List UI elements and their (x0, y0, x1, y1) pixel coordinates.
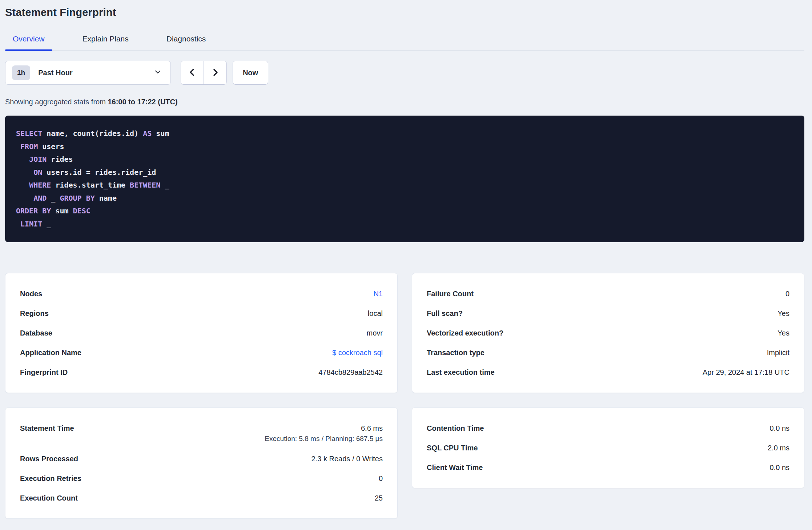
stat-value: 2.0 ms (768, 443, 789, 453)
time-interval-select[interactable]: 1h Past Hour (5, 61, 171, 85)
sql-line: SELECT name, count(rides.id) AS sum (16, 127, 793, 140)
stat-value: 0 (785, 289, 789, 299)
stat-row: Statement Time6.6 msExecution: 5.8 ms / … (20, 418, 383, 449)
sql-text: users (38, 142, 64, 151)
stat-label: Database (20, 329, 52, 337)
sql-keyword: SELECT (16, 129, 42, 138)
sql-text (16, 220, 20, 228)
sql-keyword: LIMIT (20, 220, 42, 228)
stat-value-wrap: 25 (375, 493, 383, 503)
stat-label: Transaction type (427, 349, 485, 357)
sql-text (16, 155, 29, 164)
stat-label: Last execution time (427, 368, 495, 377)
tab-overview[interactable]: Overview (5, 35, 52, 50)
stat-value-wrap: Yes (777, 308, 789, 318)
wait-time-card: Contention Time0.0 nsSQL CPU Time2.0 msC… (412, 407, 804, 488)
sql-line: AND _ GROUP BY name (16, 192, 793, 205)
stat-label: Vectorized execution? (427, 329, 503, 337)
sql-line: FROM users (16, 140, 793, 153)
stat-value-wrap: 0 (379, 473, 383, 483)
stat-value-wrap: N1 (373, 289, 383, 299)
sql-keyword: AND (33, 194, 47, 202)
stat-value-wrap: Yes (777, 328, 789, 338)
sql-line: WHERE rides.start_time BETWEEN _ (16, 179, 793, 192)
next-interval-button[interactable] (204, 61, 226, 84)
sql-keyword: ON (33, 168, 42, 177)
stat-value-link[interactable]: $ cockroach sql (332, 348, 383, 358)
stat-row: Fingerprint ID4784cb829aab2542 (20, 362, 383, 382)
stat-label: Full scan? (427, 309, 463, 318)
sql-keyword: DESC (73, 206, 91, 215)
aggregation-note: Showing aggregated stats from 16:00 to 1… (5, 98, 804, 106)
stat-row: Failure Count0 (427, 284, 789, 304)
interval-badge: 1h (12, 65, 30, 80)
stat-value: 0.0 ns (770, 462, 789, 473)
time-controls: 1h Past Hour (5, 61, 804, 85)
sql-text: name (95, 194, 117, 202)
execution-attributes-card: Failure Count0Full scan?YesVectorized ex… (412, 273, 804, 393)
stat-value: 0 (379, 473, 383, 483)
stats-cards-grid: NodesN1RegionslocalDatabasemovrApplicati… (5, 273, 804, 519)
stat-label: Execution Count (20, 494, 78, 502)
sql-text: name, count(rides.id) (42, 129, 143, 138)
stat-value-wrap: 4784cb829aab2542 (318, 367, 383, 377)
sql-keyword: AS (143, 129, 152, 138)
stat-row: Execution Retries0 (20, 469, 383, 488)
now-button[interactable]: Now (233, 61, 268, 85)
sql-line: JOIN rides (16, 153, 793, 166)
stat-row: Last execution timeApr 29, 2024 at 17:18… (427, 362, 789, 382)
stat-label: Statement Time (20, 423, 74, 433)
stat-row: Rows Processed2.3 k Reads / 0 Writes (20, 449, 383, 469)
stat-label: SQL CPU Time (427, 444, 478, 452)
stat-label: Contention Time (427, 424, 484, 433)
sql-keyword: FROM (20, 142, 38, 151)
sql-text: rides (47, 155, 73, 164)
sql-text: sum (51, 206, 73, 215)
aggregation-note-prefix: Showing aggregated stats from (5, 98, 108, 106)
statement-fingerprint-page: Statement Fingerprint OverviewExplain Pl… (0, 0, 812, 519)
stat-row: Transaction typeImplicit (427, 343, 789, 362)
stat-label: Application Name (20, 349, 81, 357)
stat-row: Databasemovr (20, 323, 383, 343)
stat-value-wrap: 2.3 k Reads / 0 Writes (311, 454, 383, 464)
stat-label: Fingerprint ID (20, 368, 68, 377)
stat-label: Execution Retries (20, 474, 81, 483)
sql-keyword: ORDER BY (16, 206, 51, 215)
stat-value-wrap: $ cockroach sql (332, 348, 383, 358)
previous-interval-button[interactable] (181, 61, 204, 84)
stat-value: 0.0 ns (770, 423, 789, 433)
stat-label: Nodes (20, 290, 42, 298)
stat-value-wrap: Implicit (767, 348, 789, 358)
stat-subvalue: Execution: 5.8 ms / Planning: 687.5 µs (265, 435, 383, 443)
sql-text (16, 142, 20, 151)
stat-value: 25 (375, 493, 383, 503)
stat-value: Yes (777, 328, 789, 338)
stat-value: Implicit (767, 348, 789, 358)
sql-keyword: JOIN (29, 155, 47, 164)
sql-text (16, 181, 29, 189)
interval-label: Past Hour (38, 69, 72, 77)
chevron-down-icon (154, 68, 162, 77)
stat-value: Yes (777, 308, 789, 318)
stat-value: movr (367, 328, 383, 338)
stat-row: Regionslocal (20, 304, 383, 323)
sql-text: users.id = rides.rider_id (42, 168, 156, 177)
stat-value-wrap: local (368, 308, 383, 318)
stat-row: Full scan?Yes (427, 304, 789, 323)
stat-label: Client Wait Time (427, 463, 483, 472)
stat-value: 2.3 k Reads / 0 Writes (311, 454, 383, 464)
sql-text: _ (42, 220, 51, 228)
tab-diagnostics[interactable]: Diagnostics (159, 35, 214, 50)
sql-keyword: BETWEEN (130, 181, 160, 189)
tab-explain-plans[interactable]: Explain Plans (75, 35, 136, 50)
stat-row: NodesN1 (20, 284, 383, 304)
stat-value-link[interactable]: N1 (373, 289, 383, 299)
stat-value: Apr 29, 2024 at 17:18 UTC (703, 367, 789, 377)
stat-value-wrap: 0.0 ns (770, 423, 789, 433)
stat-row: Client Wait Time0.0 ns (427, 458, 789, 477)
stat-label: Regions (20, 309, 49, 318)
tab-bar: OverviewExplain PlansDiagnostics (5, 35, 804, 51)
aggregation-note-range: 16:00 to 17:22 (UTC) (108, 98, 177, 106)
stat-value-wrap: 2.0 ms (768, 443, 789, 453)
statement-details-card: NodesN1RegionslocalDatabasemovrApplicati… (5, 273, 398, 393)
